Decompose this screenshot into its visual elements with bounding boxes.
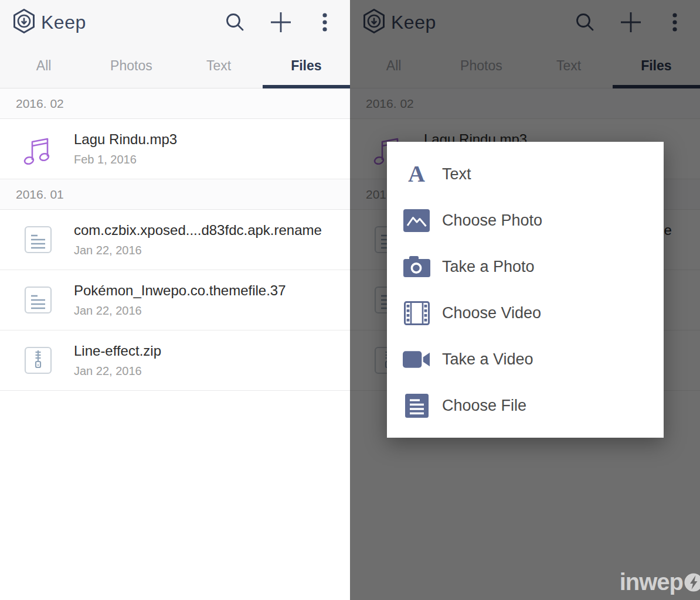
- tab-bar: All Photos Text Files: [0, 44, 350, 88]
- file-row-apk-rename[interactable]: com.czbix.xposed....d83fdc.apk.rename Ja…: [0, 210, 350, 270]
- modal-item-label: Choose File: [442, 397, 526, 415]
- file-row-text: com.czbix.xposed....d83fdc.apk.rename Ja…: [74, 222, 322, 257]
- more-options-icon[interactable]: [322, 0, 328, 44]
- tab-all[interactable]: All: [0, 44, 87, 88]
- keep-app-panel-right: Keep All Photos Text: [350, 0, 700, 600]
- date-section-label: 2016. 01: [16, 188, 64, 202]
- file-row-text: Pokémon_Inwepo.co.themefile.37 Jan 22, 2…: [74, 282, 286, 318]
- modal-item-choose-photo[interactable]: Choose Photo: [387, 197, 664, 244]
- tab-photos-label: Photos: [110, 58, 152, 74]
- file-name: Line-effect.zip: [74, 343, 161, 359]
- take-a-video-icon: [403, 349, 430, 370]
- keep-logo-icon: [12, 8, 36, 36]
- modal-item-label: Text: [442, 165, 471, 183]
- watermark-text: inwep: [620, 569, 683, 595]
- modal-item-label: Take a Video: [442, 350, 534, 369]
- choose-file-icon: [403, 394, 430, 418]
- file-date: Feb 1, 2016: [74, 153, 177, 166]
- date-section-header: 2016. 01: [0, 179, 350, 210]
- tab-all-label: All: [36, 58, 52, 74]
- modal-item-take-photo[interactable]: Take a Photo: [387, 244, 664, 290]
- app-title: Keep: [41, 12, 86, 33]
- file-row-themefile[interactable]: Pokémon_Inwepo.co.themefile.37 Jan 22, 2…: [0, 270, 350, 330]
- keep-app-panel-left: Keep All Photos Text: [0, 0, 350, 600]
- document-file-icon: [23, 279, 53, 321]
- file-row-text: Line-effect.zip Jan 22, 2016: [74, 343, 161, 378]
- tab-text-label: Text: [206, 58, 231, 74]
- inwepo-bolt-o-icon: [684, 572, 700, 592]
- keep-logo: Keep: [12, 8, 86, 36]
- text-icon: A: [403, 162, 430, 186]
- tab-files[interactable]: Files: [263, 44, 350, 88]
- file-name: com.czbix.xposed....d83fdc.apk.rename: [74, 222, 322, 238]
- modal-item-label: Choose Video: [442, 304, 541, 322]
- modal-item-take-video[interactable]: Take a Video: [387, 336, 664, 383]
- file-date: Jan 22, 2016: [74, 244, 322, 257]
- date-section-header: 2016. 02: [0, 88, 350, 119]
- file-row-zip[interactable]: Line-effect.zip Jan 22, 2016: [0, 330, 350, 391]
- music-file-icon: [23, 128, 53, 169]
- modal-item-label: Choose Photo: [442, 212, 542, 230]
- modal-item-choose-video[interactable]: Choose Video: [387, 290, 664, 336]
- document-file-icon: [23, 219, 53, 260]
- screenshot-stage: Keep All Photos Text: [0, 0, 700, 600]
- choose-video-icon: [403, 301, 430, 325]
- active-tab-underline: [263, 85, 350, 88]
- date-section-label: 2016. 02: [16, 97, 64, 111]
- file-name: Lagu Rindu.mp3: [74, 131, 177, 148]
- modal-item-text[interactable]: A Text: [387, 151, 664, 197]
- file-date: Jan 22, 2016: [74, 304, 286, 318]
- file-row-text: Lagu Rindu.mp3 Feb 1, 2016: [74, 131, 177, 166]
- file-list: 2016. 02 Lagu Rindu.mp3 Feb 1, 2016: [0, 88, 350, 391]
- tab-text[interactable]: Text: [175, 44, 263, 88]
- file-date: Jan 22, 2016: [74, 364, 161, 378]
- add-item-modal: A Text Choose Photo: [387, 142, 664, 438]
- file-row-lagu-rindu[interactable]: Lagu Rindu.mp3 Feb 1, 2016: [0, 119, 350, 179]
- app-header: Keep: [0, 0, 350, 44]
- zip-file-icon: [23, 340, 53, 381]
- modal-item-choose-file[interactable]: Choose File: [387, 383, 664, 429]
- file-name: Pokémon_Inwepo.co.themefile.37: [74, 282, 286, 299]
- tab-files-label: Files: [291, 58, 321, 74]
- take-a-photo-icon: [403, 255, 430, 278]
- search-icon[interactable]: [224, 0, 246, 44]
- modal-item-label: Take a Photo: [442, 258, 535, 276]
- tab-photos[interactable]: Photos: [87, 44, 175, 88]
- letter-a-glyph: A: [408, 162, 425, 186]
- choose-photo-icon: [403, 209, 430, 232]
- inwepo-watermark: inwep: [620, 569, 700, 595]
- add-icon[interactable]: [270, 0, 292, 44]
